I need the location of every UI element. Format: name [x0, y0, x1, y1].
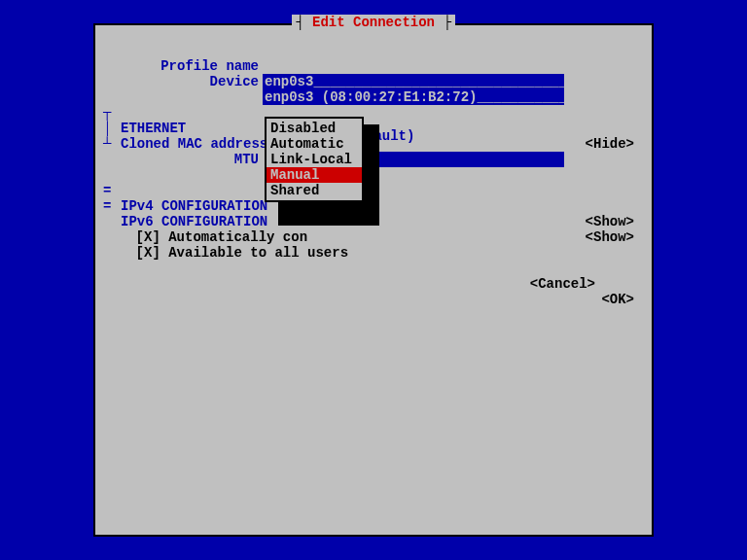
ipv4-mode-dropdown[interactable]: Disabled Automatic Link-Local Manual Sha…: [265, 117, 364, 202]
dialog-title-wrap: ┤ Edit Connection ├: [95, 15, 652, 30]
ipv6-marker-icon: =: [103, 198, 111, 214]
edit-connection-dialog: ┤ Edit Connection ├ Profile name enp0s3_…: [93, 23, 654, 537]
dropdown-item-automatic[interactable]: Automatic: [267, 136, 362, 152]
dropdown-item-disabled[interactable]: Disabled: [267, 121, 362, 136]
mtu-label: MTU: [103, 152, 259, 167]
dialog-title: Edit Connection: [312, 15, 435, 30]
ethernet-hide-button[interactable]: <Hide>: [586, 136, 634, 152]
ok-button[interactable]: <OK>: [601, 292, 634, 307]
dropdown-item-manual[interactable]: Manual: [267, 167, 362, 183]
title-bracket-right: ├: [435, 15, 451, 30]
cloned-mac-label: Cloned MAC address: [121, 136, 267, 152]
all-users-checkbox[interactable]: [X] Available to all users: [136, 245, 348, 261]
device-label: Device: [103, 74, 259, 89]
dropdown-item-link-local[interactable]: Link-Local: [267, 152, 362, 167]
section-bot-icon: ┴: [103, 136, 111, 152]
profile-name-input[interactable]: enp0s3__________________________________: [263, 74, 564, 89]
ipv4-label: IPv4 CONFIGURATION: [121, 198, 267, 214]
cancel-button[interactable]: <Cancel>: [530, 276, 595, 292]
dropdown-item-shared[interactable]: Shared: [267, 183, 362, 198]
title-bracket-left: ┤: [296, 15, 312, 30]
